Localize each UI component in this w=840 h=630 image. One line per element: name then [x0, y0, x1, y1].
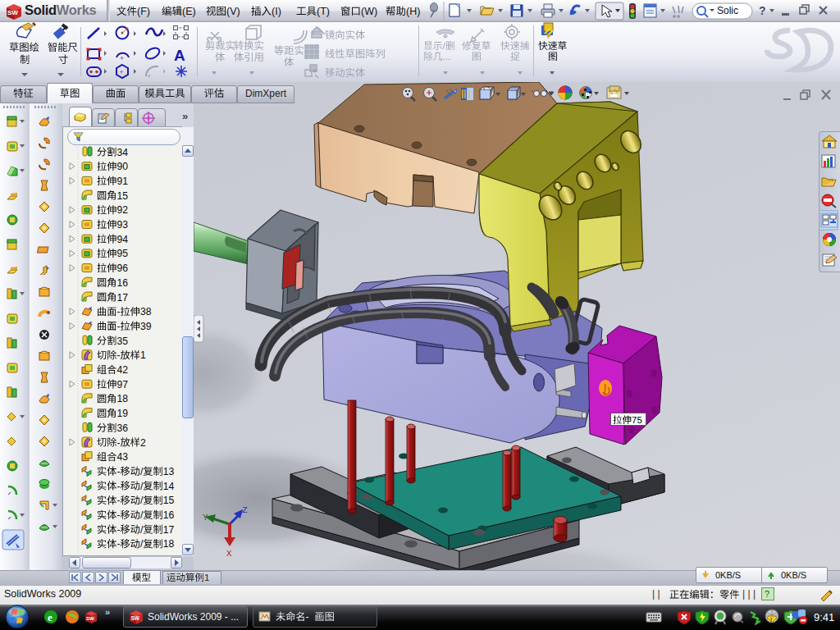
- svg-text:e: e: [48, 611, 52, 623]
- svg-text:+: +: [120, 68, 124, 76]
- svg-text:+: +: [120, 54, 124, 62]
- svg-text:»: »: [105, 607, 110, 617]
- svg-text:0KB/S: 0KB/S: [781, 570, 806, 580]
- svg-text:SW: SW: [86, 616, 94, 621]
- svg-text:0KB/S: 0KB/S: [715, 570, 741, 580]
- svg-text:!: !: [770, 616, 772, 623]
- svg-text:Y: Y: [203, 513, 208, 523]
- svg-text:X: X: [226, 549, 232, 559]
- svg-text:A: A: [174, 47, 185, 64]
- svg-text:SW: SW: [7, 9, 18, 16]
- svg-text:Solic: Solic: [717, 5, 738, 16]
- svg-text:+: +: [147, 72, 151, 80]
- svg-text:?: ?: [759, 4, 766, 17]
- svg-text:9:41: 9:41: [814, 611, 834, 623]
- svg-text:SW: SW: [131, 615, 140, 621]
- svg-text:Z: Z: [242, 505, 248, 515]
